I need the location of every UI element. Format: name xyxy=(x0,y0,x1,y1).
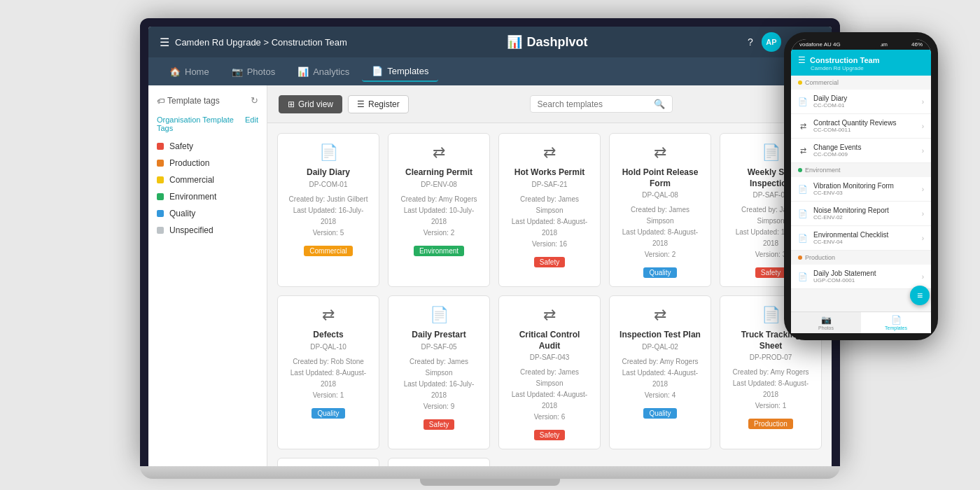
phone-hamburger-icon[interactable]: ☰ xyxy=(798,55,806,65)
phone-list-item[interactable]: 📄 Daily Diary CC-COM-01 › xyxy=(791,90,931,114)
tag-badge: Safety xyxy=(534,430,565,440)
card-meta: Created by: Rob StoneLast Updated: 8-Aug… xyxy=(286,356,370,401)
phone-screen: vodafone AU 4G 11:38 am 46% ☰ Constructi… xyxy=(791,39,931,333)
tag-item-quality[interactable]: Quality xyxy=(148,205,267,222)
tag-badge: Safety xyxy=(534,257,565,267)
phone-item-info: Vibration Monitoring Form CC-ENV-03 xyxy=(813,182,922,196)
phone-item-icon: 📄 xyxy=(798,185,808,194)
search-input[interactable] xyxy=(538,99,650,109)
template-card[interactable]: ⇄ Inspection Test Plan DP-QAL-02 Created… xyxy=(609,295,711,449)
analytics-icon: 📊 xyxy=(298,66,309,77)
card-code: DP-PROD-07 xyxy=(750,354,792,361)
phone-project-name: Camden Rd Upgrade xyxy=(811,65,924,71)
nav-item-home[interactable]: 🏠 Home xyxy=(160,62,219,81)
card-code: DP-SAF-09 xyxy=(752,191,788,199)
template-area: ⊞ Grid view ☰ Register 🔍 xyxy=(267,85,832,466)
phone-list-item[interactable]: 📄 Daily Job Statement UGP-COM-0001 › xyxy=(791,265,931,289)
search-box[interactable]: 🔍 xyxy=(530,95,673,113)
phone-templates-label: Templates xyxy=(885,326,907,330)
chevron-right-icon: › xyxy=(922,186,924,193)
phone-section-label: Commercial xyxy=(805,79,839,86)
card-code: DP-QAL-08 xyxy=(642,191,678,199)
phone-bottom-photos[interactable]: 📷 Photos xyxy=(791,312,861,333)
template-card[interactable]: 📦 Lots DP-QAL-03 Created by: Rob StoneLa… xyxy=(388,458,490,466)
phone-list-item[interactable]: 📄 Environmental Checklist CC-ENV-04 › xyxy=(791,226,931,251)
card-code: DP-SAF-21 xyxy=(531,181,567,188)
laptop-stand xyxy=(420,479,560,486)
phone-item-icon: ⇄ xyxy=(798,146,808,155)
nav-item-templates[interactable]: 📄 Templates xyxy=(362,62,438,82)
grid-view-label: Grid view xyxy=(298,99,333,109)
help-icon[interactable]: ? xyxy=(748,36,753,48)
phone-item-name: Vibration Monitoring Form xyxy=(813,182,922,190)
breadcrumb: Camden Rd Upgrade > Construction Team xyxy=(175,37,347,48)
grid-icon: ⊞ xyxy=(288,99,295,109)
phone-bottom-templates[interactable]: 📄 Templates xyxy=(861,312,931,333)
tag-item-environment[interactable]: Environment xyxy=(148,188,267,205)
phone-item-name: Contract Quantity Reviews xyxy=(813,119,922,127)
chevron-right-icon: › xyxy=(922,273,924,281)
grid-view-button[interactable]: ⊞ Grid view xyxy=(279,95,342,113)
template-card[interactable]: 📄 Daily Prestart DP-SAF-05 Created by: J… xyxy=(388,295,490,449)
register-button[interactable]: ☰ Register xyxy=(348,95,409,113)
card-icon: ⇄ xyxy=(433,144,445,162)
phone-list-item[interactable]: ⇄ Contract Quantity Reviews CC-COM-0011 … xyxy=(791,114,931,139)
card-code: DP-SAF-05 xyxy=(421,343,456,351)
template-card[interactable]: ⇄ Hot Works Permit DP-SAF-21 Created by:… xyxy=(498,133,601,287)
search-icon: 🔍 xyxy=(654,99,665,109)
template-card[interactable]: 📄 Sustainability Checklist DP-ENV-23 Cre… xyxy=(277,458,379,466)
card-meta: Created by: James SimpsonLast Updated: 8… xyxy=(507,194,592,250)
phone-list-item[interactable]: ⇄ Change Events CC-COM-009 › xyxy=(791,139,931,163)
card-code: DP-ENV-08 xyxy=(421,181,457,188)
phone-section-dot xyxy=(798,255,802,260)
template-card[interactable]: ⇄ Clearning Permit DP-ENV-08 Created by:… xyxy=(388,133,490,287)
phone-content: Commercial 📄 Daily Diary CC-COM-01 › ⇄ C… xyxy=(791,76,931,314)
card-title: Hold Point Release Form xyxy=(618,167,702,189)
card-icon: 📄 xyxy=(762,306,780,324)
sidebar-section-header: Organisation Template Tags Edit xyxy=(148,113,267,138)
main-content: 🏷 Template tags ↻ Organisation Template … xyxy=(148,85,832,466)
card-code: DP-COM-01 xyxy=(309,181,347,188)
nav-item-photos[interactable]: 📷 Photos xyxy=(222,62,285,81)
card-title: Critical Control Audit xyxy=(507,330,592,351)
chevron-right-icon: › xyxy=(922,234,924,242)
phone-photos-icon: 📷 xyxy=(821,315,832,325)
tag-item-unspecified[interactable]: Unspecified xyxy=(148,222,267,239)
phone-photos-label: Photos xyxy=(818,326,834,330)
template-card[interactable]: ⇄ Defects DP-QAL-10 Created by: Rob Ston… xyxy=(277,295,379,449)
card-meta: Created by: Justin GilbertLast Updated: … xyxy=(286,194,370,239)
tag-item-production[interactable]: Production xyxy=(148,155,267,172)
avatar[interactable]: AP xyxy=(762,32,781,52)
card-meta: Created by: Amy RogersLast Updated: 4-Au… xyxy=(618,356,702,401)
tag-badge: Quality xyxy=(643,408,676,419)
phone-top-nav: ☰ Construction Team Camden Rd Upgrade xyxy=(791,50,931,76)
template-card[interactable]: ⇄ Critical Control Audit DP-SAF-043 Crea… xyxy=(498,295,601,449)
card-icon: ⇄ xyxy=(654,144,666,162)
tag-item-commercial[interactable]: Commercial xyxy=(148,172,267,188)
phone-item-name: Daily Diary xyxy=(813,94,922,102)
phone-item-code: CC-ENV-02 xyxy=(813,214,922,220)
phone-item-info: Environmental Checklist CC-ENV-04 xyxy=(813,231,922,245)
phone-item-code: CC-COM-009 xyxy=(813,151,922,158)
chevron-right-icon: › xyxy=(922,210,924,218)
tag-item-safety[interactable]: Safety xyxy=(148,138,267,155)
nav-item-analytics[interactable]: 📊 Analytics xyxy=(288,62,359,81)
toolbar-left: ⊞ Grid view ☰ Register xyxy=(279,95,409,113)
phone-list-item[interactable]: 📄 Noise Monitoring Report CC-ENV-02 › xyxy=(791,202,931,226)
phone-list-item[interactable]: 📄 Vibration Monitoring Form CC-ENV-03 › xyxy=(791,177,931,202)
edit-link[interactable]: Edit xyxy=(245,115,258,132)
template-card[interactable]: 📄 Daily Diary DP-COM-01 Created by: Just… xyxy=(277,133,379,287)
template-grid: 📄 Daily Diary DP-COM-01 Created by: Just… xyxy=(267,123,832,466)
tag-label-production: Production xyxy=(169,158,209,168)
templates-icon: 📄 xyxy=(372,66,383,76)
card-icon: 📄 xyxy=(762,144,780,162)
sidebar-header: 🏷 Template tags ↻ xyxy=(148,95,267,113)
phone-fab-button[interactable]: ≡ xyxy=(910,286,930,305)
refresh-icon[interactable]: ↻ xyxy=(251,95,258,106)
phone-item-name: Change Events xyxy=(813,144,922,151)
hamburger-icon[interactable]: ☰ xyxy=(160,36,169,49)
card-meta: Created by: James SimpsonLast Updated: 1… xyxy=(397,356,481,412)
template-card[interactable]: ⇄ Hold Point Release Form DP-QAL-08 Crea… xyxy=(609,133,711,287)
phone-item-info: Change Events CC-COM-009 xyxy=(813,144,922,158)
phone-section-header: Commercial xyxy=(791,76,931,90)
